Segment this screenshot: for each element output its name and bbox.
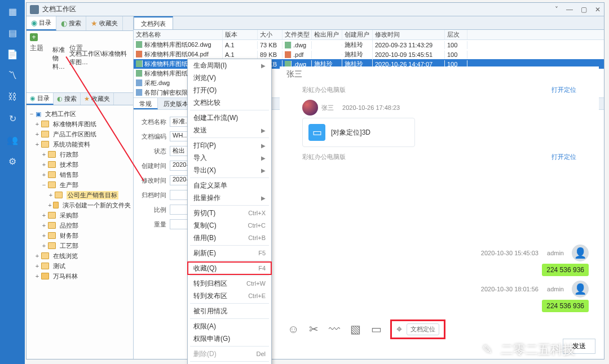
chat-bubble: 224 536 936 <box>542 300 589 312</box>
menu-item[interactable]: 浏览(V) <box>188 72 271 84</box>
rail-users-icon[interactable]: 👥 <box>6 133 19 147</box>
menu-item[interactable]: 打印(P)▶ <box>188 139 271 152</box>
menu-item[interactable]: 发送▶ <box>188 124 271 136</box>
file-locate-chip[interactable]: 文档定位 <box>407 323 439 335</box>
open-locate-link2[interactable]: 打开定位 <box>551 153 576 161</box>
menu-item[interactable]: 自定义菜单 <box>188 179 271 192</box>
tree-node[interactable]: + 财务部 <box>29 230 131 241</box>
context-menu: 生命周期(I)▶浏览(V)打开(O)文档比较创建工作流(W)发送▶打印(P)▶导… <box>187 59 272 364</box>
filelist-tab[interactable]: 文档列表 <box>134 16 173 29</box>
file-row[interactable]: 标准物料库图纸062.dwgA.173 KB.dwg施桂玲2020-09-23 … <box>134 40 604 50</box>
left-tabs: ◉目录 ◐搜索 ★收藏夹 <box>27 16 133 31</box>
emoji-icon[interactable]: ☺ <box>288 323 299 336</box>
tree-node[interactable]: + 工艺部 <box>29 241 131 251</box>
col-type[interactable]: 文件类型 <box>283 30 312 39</box>
msg-user: 张三 <box>321 104 334 112</box>
tree-node[interactable]: + 采购部 <box>29 210 131 220</box>
col-name[interactable]: 文档名称 <box>134 30 223 39</box>
tree-node[interactable]: + 行政部 <box>29 149 131 159</box>
col-checkout[interactable]: 检出用户 <box>312 30 342 39</box>
menu-item[interactable]: 收藏(Q)F4 <box>188 262 271 274</box>
left-rail: ▦ ▤ 📄 〽 ⛓ ↻ 👥 ⚙ <box>0 0 25 364</box>
tree-node[interactable]: + 万马科林 <box>29 271 131 281</box>
rail-gear-icon[interactable]: ⚙ <box>6 154 19 168</box>
tab-catalog[interactable]: ◉目录 <box>27 16 56 30</box>
image-icon[interactable]: ▧ <box>350 322 361 336</box>
window-minimize-icon[interactable]: — <box>566 6 573 14</box>
chat-panel: 张三 彩虹办公电脑版 打开定位 张三 2020-10-26 17:48:23 ▭… <box>280 66 599 344</box>
titlebar: 文档工作区 ˅ — ▢ ✕ <box>27 3 604 16</box>
col-count[interactable]: 层次 <box>445 30 467 39</box>
tree-node[interactable]: + 测试 <box>29 261 131 271</box>
msg-time: 2020-10-26 17:48:23 <box>342 104 400 111</box>
tree-node[interactable]: + 系统功能资料 <box>29 139 131 149</box>
left-tabs-2: ◉目录 ◐搜索 ★收藏夹 <box>27 93 133 105</box>
add-button[interactable]: + <box>30 33 38 41</box>
rail-doc-icon[interactable]: 📄 <box>6 47 19 61</box>
tree-root[interactable]: −▣ 文档工作区 <box>29 109 131 119</box>
avatar <box>302 100 318 116</box>
window-maximize-icon[interactable]: ▢ <box>581 6 587 14</box>
menu-item[interactable]: 创建工作流(W) <box>188 112 271 124</box>
col-time[interactable]: 修改时间 <box>373 30 445 39</box>
chat-sys-src: 彩虹办公电脑版 <box>302 86 346 94</box>
open-locate-link[interactable]: 打开定位 <box>551 86 576 94</box>
tree-node[interactable]: + 技术部 <box>29 159 131 170</box>
tab2-catalog[interactable]: ◉目录 <box>27 93 54 105</box>
tree-node[interactable]: + 演示创建一个新的文件夹 <box>29 200 131 210</box>
menu-item[interactable]: 转到归档区Ctrl+W <box>188 277 271 290</box>
menu-item[interactable]: 权限申请(G) <box>188 332 271 345</box>
card-text: [对象定位]3D <box>331 128 370 137</box>
rail-setting-icon[interactable]: ⛓ <box>6 90 19 104</box>
avatar-icon: 👤 <box>572 281 589 298</box>
tree-node[interactable]: + 公司生产销售目标 <box>29 190 131 200</box>
tree-node[interactable]: − 生产部 <box>29 180 131 190</box>
highlight-locate: ⌖ 文档定位 <box>392 321 444 338</box>
file-row[interactable]: 标准物料库图纸064.pdfA.189 KB.pdf施桂玲2020-10-09 … <box>134 50 604 59</box>
folder-toolbar-icon[interactable]: ▭ <box>371 322 382 336</box>
shortcut-row[interactable]: 标准物料… 文档工作区\标准物料库图… <box>27 52 133 64</box>
menu-item[interactable]: 导入▶ <box>188 152 271 164</box>
col-ver[interactable]: 版本 <box>223 30 258 39</box>
menu-item[interactable]: 转到发布区Ctrl+E <box>188 290 271 302</box>
window-title: 文档工作区 <box>42 5 76 14</box>
menu-item[interactable]: 剪切(T)Ctrl+X <box>188 207 271 219</box>
menu-item[interactable]: 被引用情况 <box>188 305 271 317</box>
menu-item[interactable]: 借用(B)Ctrl+B <box>188 232 271 244</box>
object-card[interactable]: ▭ [对象定位]3D <box>302 118 415 147</box>
menu-item[interactable]: 复制(C)Ctrl+C <box>188 219 271 232</box>
rail-page-icon[interactable]: ▤ <box>6 26 19 39</box>
tree-node[interactable]: + 标准物料库图纸 <box>29 119 131 129</box>
locate-icon[interactable]: ⌖ <box>396 323 402 335</box>
folder-tree: −▣ 文档工作区 + 标准物料库图纸+ 产品工作区图纸+ 系统功能资料+ 行政部… <box>27 105 133 359</box>
menu-item[interactable]: 刷新(E)F5 <box>188 247 271 259</box>
cut-icon[interactable]: ✂ <box>309 322 319 336</box>
window-dropdown-icon[interactable]: ˅ <box>555 6 558 14</box>
tree-node[interactable]: + 在线浏览 <box>29 251 131 261</box>
rail-home-icon[interactable]: ▦ <box>6 5 19 18</box>
tab-favorites[interactable]: ★收藏夹 <box>86 16 123 30</box>
chat-toolbar: ☺ ✂ 〰 ▧ ▭ ⌖ 文档定位 <box>280 314 599 344</box>
menu-item[interactable]: 文档比较 <box>188 96 271 109</box>
tree-node[interactable]: + 销售部 <box>29 170 131 180</box>
menu-item[interactable]: 权限(A) <box>188 320 271 332</box>
rail-chart-icon[interactable]: 〽 <box>6 69 19 82</box>
watermark-icon: ✎ <box>479 342 495 358</box>
rail-refresh-icon[interactable]: ↻ <box>6 112 19 125</box>
col-creator[interactable]: 创建用户 <box>342 30 373 39</box>
tab-search[interactable]: ◐搜索 <box>56 16 86 30</box>
menu-item[interactable]: 生命周期(I)▶ <box>188 59 271 72</box>
watermark: ✎ 二零二五科技 <box>479 341 575 358</box>
tree-node[interactable]: + 品控部 <box>29 220 131 230</box>
window-close-icon[interactable]: ✕ <box>595 6 601 14</box>
menu-item[interactable]: 打开(O) <box>188 84 271 96</box>
clip-icon[interactable]: 〰 <box>329 323 340 336</box>
tab2-search[interactable]: ◐搜索 <box>54 93 81 105</box>
chat-sys-src2: 彩虹办公电脑版 <box>302 153 346 161</box>
col-size[interactable]: 大小 <box>258 30 283 39</box>
menu-item[interactable]: 批量操作▶ <box>188 192 271 204</box>
folder-icon: ▭ <box>308 124 325 141</box>
tab2-favorites[interactable]: ★收藏夹 <box>81 93 114 105</box>
menu-item[interactable]: 导出(X)▶ <box>188 164 271 176</box>
ptab-general[interactable]: 常规 <box>134 98 158 109</box>
